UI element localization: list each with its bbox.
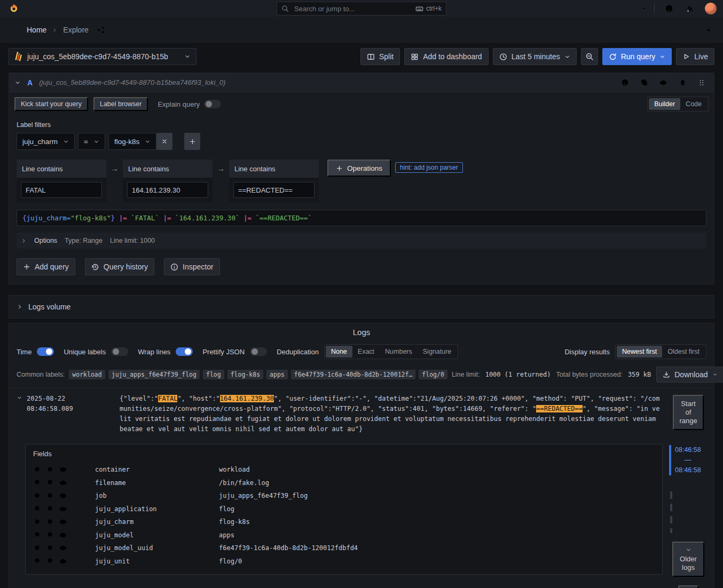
- operation-title[interactable]: Line contains: [229, 160, 319, 178]
- start-of-range-button[interactable]: Start of range: [673, 395, 704, 430]
- stats-chart-icon[interactable]: [72, 466, 80, 473]
- eye-icon[interactable]: [59, 531, 67, 539]
- operation-value-input[interactable]: [233, 182, 315, 198]
- help-icon[interactable]: [662, 2, 676, 15]
- sort-oldest-first[interactable]: Oldest first: [662, 346, 705, 357]
- eye-icon[interactable]: [59, 505, 67, 513]
- label-browser-button[interactable]: Label browser: [93, 97, 148, 111]
- drag-handle-icon[interactable]: [695, 76, 709, 90]
- live-button[interactable]: Live: [676, 48, 714, 65]
- time-range-picker[interactable]: Last 5 minutes: [493, 48, 577, 65]
- search-minus-icon[interactable]: [46, 466, 54, 474]
- disable-query-eye-icon[interactable]: [656, 76, 670, 90]
- stats-chart-icon[interactable]: [72, 505, 80, 513]
- log-row[interactable]: 2025-08-22 08:46:58.089 {"level":"FATAL"…: [17, 394, 663, 434]
- user-avatar[interactable]: [705, 3, 717, 14]
- duplicate-query-icon[interactable]: [637, 76, 651, 90]
- search-plus-icon[interactable]: [33, 544, 42, 552]
- share-icon[interactable]: [94, 23, 108, 37]
- time-toggle[interactable]: [37, 347, 54, 356]
- stats-chart-icon[interactable]: [72, 479, 80, 487]
- search-minus-icon[interactable]: [46, 518, 54, 526]
- log-minimap[interactable]: 08:46:58 — 08:46:58: [669, 445, 701, 475]
- dedup-signature[interactable]: Signature: [418, 346, 457, 357]
- label-op-select[interactable]: =: [78, 133, 105, 150]
- eye-icon[interactable]: [59, 465, 67, 474]
- add-to-dashboard-button[interactable]: Add to dashboard: [404, 48, 489, 65]
- new-button[interactable]: [632, 2, 647, 15]
- query-options-row[interactable]: Options Type: Range Line limit: 1000: [17, 233, 706, 249]
- explain-query-toggle[interactable]: [204, 100, 221, 108]
- mode-builder[interactable]: Builder: [649, 98, 680, 110]
- eye-icon[interactable]: [59, 518, 67, 526]
- breadcrumb-home[interactable]: Home: [27, 26, 46, 34]
- operation-title[interactable]: Line contains: [17, 160, 106, 178]
- search-plus-icon[interactable]: [33, 505, 42, 513]
- search-minus-icon[interactable]: [46, 531, 54, 539]
- operation-value-input[interactable]: [127, 182, 208, 198]
- query-history-button[interactable]: Query history: [85, 258, 154, 275]
- eye-icon[interactable]: [59, 479, 67, 487]
- operation-title[interactable]: Line contains: [123, 160, 213, 178]
- inspector-button[interactable]: Inspector: [164, 258, 220, 275]
- chevron-down-icon[interactable]: [17, 395, 22, 401]
- search-plus-icon[interactable]: [33, 557, 42, 565]
- delete-query-icon[interactable]: [675, 76, 689, 90]
- search-plus-icon[interactable]: [33, 531, 42, 539]
- query-ref-id[interactable]: A: [27, 78, 33, 87]
- mode-code[interactable]: Code: [680, 98, 707, 110]
- eye-icon[interactable]: [59, 557, 67, 566]
- dedup-exact[interactable]: Exact: [352, 346, 380, 357]
- search-minus-icon[interactable]: [46, 505, 54, 513]
- logs-volume-panel[interactable]: Logs volume: [9, 295, 714, 319]
- label-value-select[interactable]: flog-k8s: [108, 133, 156, 150]
- label-key-select[interactable]: juju_charm: [17, 133, 75, 150]
- search-minus-icon[interactable]: [46, 492, 54, 500]
- add-label-filter-button[interactable]: [184, 133, 200, 150]
- collapse-bar-icon[interactable]: [702, 23, 716, 37]
- stats-chart-icon[interactable]: [72, 558, 80, 565]
- search-plus-icon[interactable]: [33, 492, 42, 500]
- menu-icon[interactable]: [7, 23, 21, 37]
- search-minus-icon[interactable]: [46, 544, 54, 552]
- json-parser-hint[interactable]: hint: add json parser: [395, 162, 463, 173]
- remove-label-filter-button[interactable]: [156, 133, 172, 150]
- unique-labels-toggle[interactable]: [111, 347, 128, 356]
- stats-chart-icon[interactable]: [72, 518, 80, 526]
- operation-value-input[interactable]: [21, 182, 102, 198]
- add-query-button[interactable]: Add query: [17, 258, 75, 275]
- search-plus-icon[interactable]: [33, 466, 42, 474]
- older-logs-button[interactable]: Older logs: [672, 542, 704, 577]
- dedup-numbers[interactable]: Numbers: [380, 346, 418, 357]
- download-button[interactable]: Download: [656, 367, 723, 383]
- prettify-json-toggle[interactable]: [250, 347, 267, 356]
- query-help-icon[interactable]: [618, 76, 632, 90]
- stats-chart-icon[interactable]: [72, 492, 80, 499]
- chevron-right-icon[interactable]: [17, 304, 23, 310]
- breadcrumb-explore[interactable]: Explore: [63, 26, 88, 34]
- collapse-query-icon[interactable]: [14, 80, 21, 86]
- eye-icon[interactable]: [59, 491, 67, 500]
- wrap-lines-toggle[interactable]: [176, 347, 193, 356]
- search-minus-icon[interactable]: [46, 479, 54, 487]
- chevron-down-icon[interactable]: [659, 54, 665, 60]
- datasource-picker[interactable]: juju_cos_5eb89dee-c9d7-4549-8870-b15b: [9, 48, 197, 65]
- zoom-out-time-button[interactable]: [581, 48, 598, 65]
- run-query-button[interactable]: Run query: [602, 48, 672, 65]
- global-search[interactable]: ctrl+k: [277, 2, 446, 15]
- sort-newest-first[interactable]: Newest first: [617, 346, 662, 357]
- stats-chart-icon[interactable]: [72, 544, 80, 552]
- scroll-to-top-button[interactable]: [678, 585, 698, 588]
- grafana-logo[interactable]: [9, 3, 19, 14]
- search-input[interactable]: [293, 4, 411, 13]
- news-rss-icon[interactable]: [683, 2, 697, 15]
- add-operation-button[interactable]: Operations: [327, 160, 391, 177]
- search-plus-icon[interactable]: [33, 479, 42, 487]
- search-plus-icon[interactable]: [33, 518, 42, 526]
- eye-icon[interactable]: [59, 544, 67, 552]
- search-minus-icon[interactable]: [46, 557, 54, 565]
- kick-start-button[interactable]: Kick start your query: [14, 97, 88, 111]
- stats-chart-icon[interactable]: [72, 531, 80, 539]
- dedup-none[interactable]: None: [326, 346, 352, 357]
- split-button[interactable]: Split: [360, 48, 400, 65]
